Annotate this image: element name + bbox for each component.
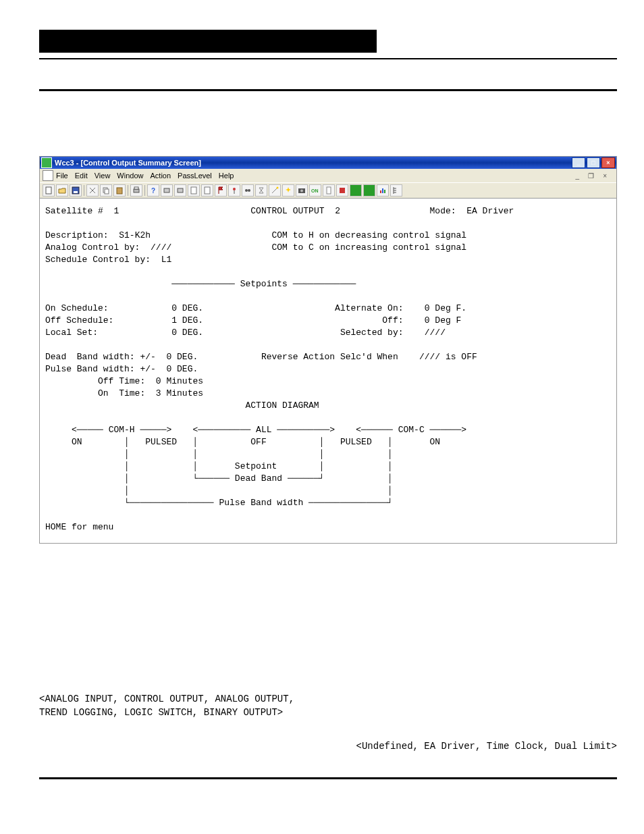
stop-icon[interactable] [336, 184, 348, 197]
header-rule [39, 58, 617, 59]
mdi-minimize-icon[interactable]: _ [575, 172, 579, 180]
open-icon[interactable] [56, 184, 68, 197]
doc-a-icon[interactable] [188, 184, 200, 197]
note-line-1: <ANALOG INPUT, CONTROL OUTPUT, ANALOG OU… [39, 692, 617, 706]
cut-icon[interactable] [86, 184, 99, 197]
app-window: Wcc3 - [Control Output Summary Screen] _… [39, 156, 617, 544]
green-a-icon[interactable] [350, 184, 362, 197]
on-sched-v: 0 DEG. [171, 303, 203, 313]
rev-l: Reverse Action Selc'd When [261, 352, 398, 362]
mdi-child-icon [43, 170, 53, 181]
menu-file[interactable]: File [56, 172, 68, 180]
home-text: HOME for menu [45, 522, 113, 532]
menu-help[interactable]: Help [219, 172, 234, 180]
printer-icon[interactable] [174, 184, 186, 197]
pbw: Pulse Band width [219, 498, 303, 508]
svg-rect-22 [327, 187, 331, 194]
analog-val: //// [151, 242, 171, 253]
on-icon[interactable]: ON [309, 184, 321, 197]
pulse-v: 0 DEG. [166, 364, 198, 374]
doc-b-icon[interactable] [201, 184, 213, 197]
setpoint: Setpoint [235, 461, 277, 471]
footer-rule [39, 777, 617, 779]
tree-icon[interactable] [390, 184, 402, 197]
ontime-l: On Time: [98, 388, 145, 398]
menu-passlevel[interactable]: PassLevel [178, 172, 212, 180]
menu-window[interactable]: Window [117, 172, 143, 180]
on-left: ON [72, 437, 82, 447]
ctrl-num: 2 [335, 206, 340, 216]
rev-v: //// is OFF [419, 352, 477, 362]
sat-label: Satellite # [45, 206, 103, 216]
pin-icon[interactable] [228, 184, 240, 197]
comh: COM-H [109, 425, 135, 435]
help-icon[interactable]: ? [147, 184, 159, 197]
svg-point-16 [248, 189, 250, 192]
off-l: Off: [382, 315, 403, 325]
action-diagram-title: ACTION DIAGRAM [245, 400, 319, 411]
hourglass-icon[interactable] [255, 184, 267, 197]
new-icon[interactable] [43, 184, 55, 197]
off-center: OFF [250, 437, 266, 447]
paste-icon[interactable] [113, 184, 126, 197]
svg-rect-4 [105, 189, 109, 194]
pulsed-right: PULSED [340, 437, 372, 447]
off-sched-v: 1 DEG. [171, 315, 203, 325]
svg-rect-0 [46, 187, 51, 194]
flag-icon[interactable] [215, 184, 227, 197]
com-h-text: COM to H on decreasing control signal [271, 230, 466, 240]
local-set-l: Local Set: [45, 328, 98, 338]
svg-rect-25 [382, 188, 383, 193]
binoculars-icon[interactable] [242, 184, 254, 197]
svg-rect-23 [340, 188, 345, 193]
on-right: ON [430, 437, 441, 447]
dead-v: 0 DEG. [166, 352, 198, 362]
alt-on-v: 0 Deg F. [425, 303, 466, 313]
ctrl-label: CONTROL OUTPUT [250, 206, 324, 216]
menu-view[interactable]: View [95, 172, 111, 180]
terminal-content: Satellite # 1 CONTROL OUTPUT 2 Mode: EA … [40, 199, 616, 543]
sel-by-v: //// [425, 328, 446, 338]
save-icon[interactable] [70, 184, 82, 197]
menu-edit[interactable]: Edit [75, 172, 88, 180]
note-line-2: TREND LOGGING, LOGIC SWITCH, BINARY OUTP… [39, 706, 617, 719]
camera-icon[interactable] [296, 184, 308, 197]
menu-action[interactable]: Action [150, 172, 171, 180]
sat-num: 1 [113, 206, 119, 216]
menu-bar: File Edit View Window Action PassLevel H… [40, 169, 616, 182]
footer-notes: <ANALOG INPUT, CONTROL OUTPUT, ANALOG OU… [39, 692, 617, 753]
sched-label: Schedule Control by: [45, 255, 151, 265]
copy-icon[interactable] [100, 184, 112, 197]
alt-on-l: Alternate On: [335, 303, 403, 313]
svg-rect-11 [191, 187, 196, 194]
mdi-restore-icon[interactable]: ❐ [588, 172, 594, 180]
chart-icon[interactable] [377, 184, 389, 197]
mdi-close-icon[interactable]: × [603, 172, 607, 180]
local-set-v: 0 DEG. [171, 328, 203, 338]
desc-label: Description: [45, 230, 109, 240]
title-bar: Wcc3 - [Control Output Summary Screen] _… [40, 157, 616, 169]
minimize-button[interactable]: _ [572, 157, 585, 168]
close-button[interactable]: × [601, 157, 615, 168]
svg-rect-6 [134, 189, 139, 192]
mode-label: Mode: [430, 206, 456, 216]
print-setup-icon[interactable] [161, 184, 173, 197]
spark-icon[interactable] [282, 184, 294, 197]
window-title: Wcc3 - [Control Output Summary Screen] [55, 159, 201, 167]
offtime-l: Off Time: [98, 376, 145, 386]
green-b-icon[interactable] [363, 184, 375, 197]
mode-val: EA Driver [466, 206, 514, 216]
comc: COM-C [398, 425, 425, 435]
svg-rect-26 [384, 190, 385, 193]
app-icon [41, 157, 52, 168]
pulsed-left: PULSED [145, 437, 177, 447]
doc-c-icon[interactable] [323, 184, 335, 197]
note-right: <Undefined, EA Driver, Time Clock, Dual … [39, 739, 617, 753]
sel-by-l: Selected by: [340, 328, 404, 338]
print-icon[interactable] [130, 184, 142, 197]
analog-label: Analog Control by: [45, 242, 140, 253]
off-sched-l: Off Schedule: [45, 315, 113, 325]
svg-rect-2 [74, 191, 78, 193]
maximize-button[interactable]: □ [587, 157, 600, 168]
wand-icon[interactable] [269, 184, 281, 197]
